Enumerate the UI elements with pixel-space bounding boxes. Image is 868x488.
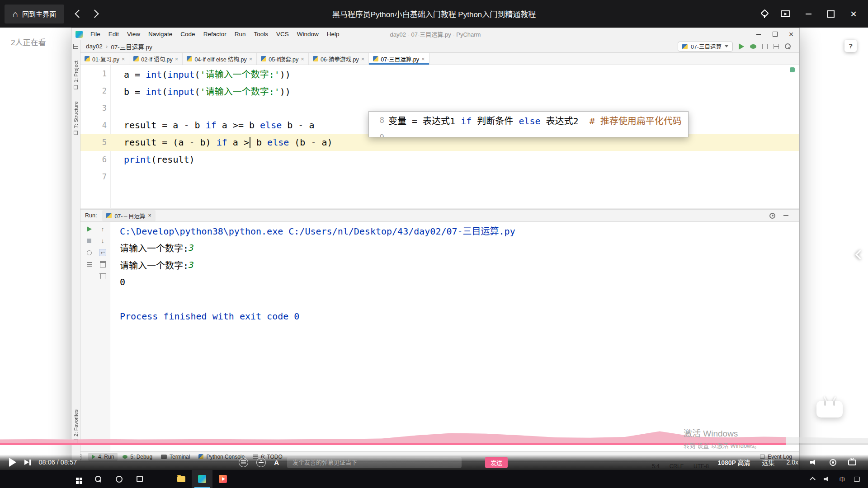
danmaku-list-icon[interactable] [239, 458, 248, 467]
run-button[interactable] [739, 43, 744, 50]
favorites-stripe-button[interactable]: 2: Favorites [73, 409, 79, 443]
back-icon[interactable] [75, 9, 83, 18]
settings-gear-icon[interactable] [769, 213, 775, 219]
pycharm-taskbar-button[interactable] [192, 470, 212, 488]
next-episode-button[interactable] [24, 460, 31, 465]
danmaku-input[interactable] [287, 457, 462, 468]
menu-window[interactable]: Window [293, 28, 323, 40]
minimize-icon[interactable] [804, 9, 813, 19]
menu-vcs[interactable]: VCS [272, 28, 293, 40]
menu-navigate[interactable]: Navigate [144, 28, 176, 40]
menu-run[interactable]: Run [231, 28, 250, 40]
breadcrumb-file[interactable]: 07-三目运算.py [110, 42, 153, 51]
pycharm-icon [198, 475, 206, 483]
favorites-stripe-label: 2: Favorites [73, 409, 79, 436]
coverage-button[interactable] [762, 44, 768, 49]
pin-tab-icon[interactable] [85, 249, 93, 256]
pycharm-window-controls [750, 28, 799, 40]
input-language-indicator[interactable]: 中 [839, 475, 845, 483]
speed-button[interactable]: 2.0x [787, 459, 798, 466]
tray-volume-icon[interactable] [824, 476, 830, 482]
tab-label: 07-三目运算.py [381, 55, 419, 63]
volume-icon[interactable] [810, 459, 818, 466]
editor-tab[interactable]: 01-复习.py [80, 53, 129, 65]
forward-icon[interactable] [90, 9, 99, 18]
danmaku-settings-icon[interactable] [256, 458, 266, 467]
clear-console-icon[interactable] [99, 272, 106, 280]
notification-center-icon[interactable] [854, 477, 860, 482]
editor-tab[interactable]: 04-if elif else 结构.py [183, 53, 257, 65]
up-stack-icon[interactable] [99, 225, 106, 233]
project-stripe-button[interactable]: 1: Project [73, 61, 79, 89]
editor-tab[interactable]: 05-if嵌套.py [257, 53, 309, 65]
danmaku-send-button[interactable]: 发送 [485, 457, 508, 468]
tab-close-icon[interactable] [175, 56, 179, 62]
explorer-taskbar-button[interactable] [171, 470, 192, 488]
python-file-icon [85, 56, 90, 61]
editor-tab[interactable]: 02-if 语句.py [129, 53, 183, 65]
debug-button[interactable] [750, 44, 756, 49]
tool-windows-icon[interactable] [73, 44, 78, 49]
back-to-home-button[interactable]: 回到主界面 [5, 5, 64, 23]
tab-close-icon[interactable] [421, 56, 425, 62]
player-taskbar-button[interactable] [212, 470, 233, 488]
editor-tab-bar: 01-复习.py02-if 语句.py04-if elif else 结构.py… [80, 53, 799, 65]
menu-tools[interactable]: Tools [250, 28, 272, 40]
cortana-taskbar-button[interactable] [108, 470, 129, 488]
tv-cast-icon[interactable] [848, 460, 856, 465]
soft-wrap-icon[interactable] [99, 249, 106, 256]
search-taskbar-button[interactable] [88, 470, 108, 488]
rerun-button[interactable] [85, 225, 93, 233]
down-stack-icon[interactable] [99, 237, 106, 244]
menu-edit[interactable]: Edit [104, 28, 123, 40]
tab-close-icon[interactable] [249, 56, 253, 62]
close-icon[interactable] [849, 9, 858, 19]
code-token: else [267, 137, 289, 148]
tab-label: 02-if 语句.py [141, 55, 172, 63]
panel-collapse-chevron[interactable] [855, 250, 865, 259]
run-config-name: 07-三目运算 [691, 42, 722, 51]
stop-button[interactable] [85, 237, 93, 244]
tab-close-icon[interactable] [301, 56, 304, 62]
tray-expand-icon[interactable] [810, 477, 816, 483]
menu-refactor[interactable]: Refactor [199, 28, 231, 40]
taskview-taskbar-button[interactable] [129, 470, 150, 488]
run-tab[interactable]: 07-三目运算 [102, 210, 155, 221]
pycharm-minimize-icon[interactable] [750, 28, 767, 40]
tab-close-icon[interactable] [122, 56, 125, 62]
menu-view[interactable]: View [123, 28, 144, 40]
menu-file[interactable]: File [86, 28, 104, 40]
menu-code[interactable]: Code [176, 28, 199, 40]
edge-taskbar-button[interactable] [150, 470, 171, 488]
hide-panel-icon[interactable] [783, 215, 788, 216]
structure-stripe-button[interactable]: 7: Structure [73, 101, 79, 135]
run-config-selector[interactable]: 07-三目运算 [678, 42, 733, 52]
menu-help[interactable]: Help [323, 28, 344, 40]
start-taskbar-button[interactable] [67, 470, 88, 488]
print-icon[interactable] [99, 261, 106, 268]
danmaku-style-icon[interactable]: A [274, 459, 279, 466]
pycharm-close-icon[interactable] [783, 28, 799, 40]
search-everywhere-button[interactable] [785, 43, 791, 50]
help-button[interactable]: ? [844, 40, 857, 52]
maximize-icon[interactable] [826, 9, 835, 19]
episodes-button[interactable]: 选集 [762, 458, 775, 467]
tab-close-icon[interactable] [361, 56, 365, 62]
run-console[interactable]: C:\Develop\python38\python.exe C:/Users/… [80, 222, 799, 451]
code-text: print(result) [107, 154, 195, 165]
mini-window-icon[interactable] [781, 10, 790, 17]
pycharm-restore-icon[interactable] [767, 28, 783, 40]
run-options-icon[interactable] [85, 261, 93, 268]
video-title: 黑马程序员Python小白基础入门教程 Python入门到精通教程 [332, 8, 536, 19]
editor-tab[interactable]: 06-猜拳游戏.py [309, 53, 369, 65]
quality-button[interactable]: 1080P 高清 [717, 458, 750, 467]
play-button[interactable] [9, 458, 16, 467]
breadcrumb-project[interactable]: day02 [85, 43, 104, 50]
code-token: input [167, 86, 194, 97]
editor-tab[interactable]: 07-三目运算.py [369, 53, 429, 65]
run-tab-close-icon[interactable] [148, 212, 151, 219]
pin-icon[interactable] [761, 10, 767, 18]
player-settings-icon[interactable] [830, 459, 836, 466]
profiler-button[interactable] [774, 44, 779, 49]
inspections-widget[interactable] [790, 67, 795, 72]
